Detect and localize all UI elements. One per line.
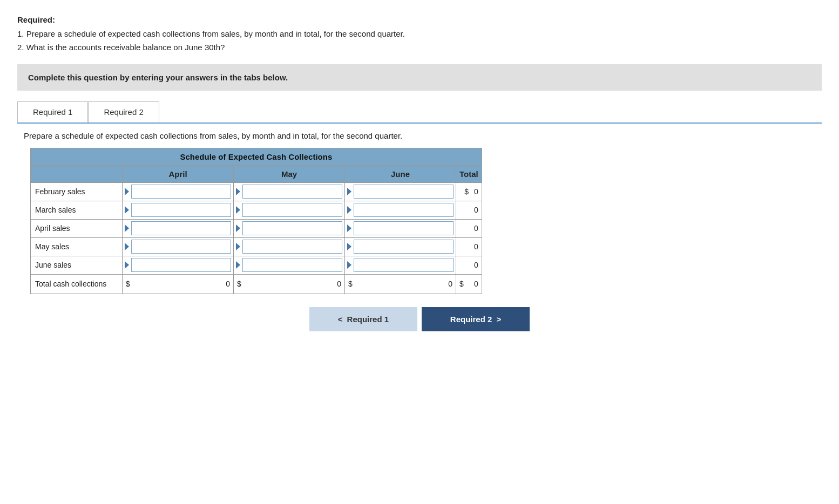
tri-feb-april <box>125 188 129 195</box>
col-april: April <box>168 169 187 179</box>
tabs-container: Required 1 Required 2 Prepare a schedule… <box>17 101 822 338</box>
table-row: May sales <box>31 237 482 256</box>
val-jun-total: 0 <box>474 261 478 269</box>
input-may-june[interactable] <box>354 240 454 254</box>
tri-may-april <box>125 243 129 250</box>
dollar-total-total: $ <box>459 280 464 288</box>
val-total-april: 0 <box>132 280 230 288</box>
tri-jun-may <box>236 261 240 269</box>
tri-feb-may <box>236 188 240 195</box>
table-row: April sales <box>31 219 482 237</box>
schedule-table: Schedule of Expected Cash Collections Ap… <box>30 148 482 294</box>
tri-may-june <box>347 243 351 250</box>
val-total-may: 0 <box>243 280 341 288</box>
next-button[interactable]: Required 2 > <box>422 307 530 331</box>
val-total-june: 0 <box>355 280 452 288</box>
input-jun-june[interactable] <box>354 258 454 272</box>
input-mar-may[interactable] <box>242 203 342 217</box>
tri-jun-june <box>347 261 351 269</box>
required-line2: 1. Prepare a schedule of expected cash c… <box>17 27 822 41</box>
tri-apr-june <box>347 224 351 232</box>
tab-required1-label: Required 1 <box>33 107 72 117</box>
dollar-feb-total: $ <box>464 187 469 196</box>
table-title-row: Schedule of Expected Cash Collections <box>31 148 482 165</box>
complete-banner: Complete this question by entering your … <box>17 64 822 91</box>
val-apr-total: 0 <box>474 224 478 233</box>
input-feb-june[interactable] <box>354 185 454 199</box>
input-apr-april[interactable] <box>131 221 231 235</box>
tab-required1[interactable]: Required 1 <box>17 101 88 122</box>
val-total-total: 0 <box>466 280 478 288</box>
col-header-row: April May June Total <box>31 165 482 182</box>
row-label-may: May sales <box>35 242 69 251</box>
col-may: May <box>281 169 297 179</box>
tab-required2[interactable]: Required 2 <box>88 101 159 122</box>
dollar-total-may: $ <box>237 280 241 288</box>
row-label-mar: March sales <box>35 206 76 214</box>
nav-buttons: < Required 1 Required 2 > <box>24 307 815 331</box>
table-row: February sales <box>31 182 482 201</box>
input-may-april[interactable] <box>131 240 231 254</box>
input-feb-april[interactable] <box>131 185 231 199</box>
row-label-jun: June sales <box>35 261 71 269</box>
tri-jun-april <box>125 261 129 269</box>
tab-content: Prepare a schedule of expected cash coll… <box>17 122 822 338</box>
total-row-label: Total cash collections <box>35 280 106 288</box>
next-arrow-icon: > <box>496 315 501 324</box>
tri-mar-june <box>347 206 351 214</box>
input-may-may[interactable] <box>242 240 342 254</box>
required-intro: Required: 1. Prepare a schedule of expec… <box>17 13 822 55</box>
input-mar-april[interactable] <box>131 203 231 217</box>
tri-mar-may <box>236 206 240 214</box>
row-label-apr: April sales <box>35 224 70 233</box>
val-mar-total: 0 <box>474 206 478 214</box>
tri-feb-june <box>347 188 351 195</box>
tri-may-may <box>236 243 240 250</box>
input-apr-may[interactable] <box>242 221 342 235</box>
tri-mar-april <box>125 206 129 214</box>
table-row: March sales <box>31 201 482 219</box>
required-line3: 2. What is the accounts receivable balan… <box>17 40 822 55</box>
total-row: Total cash collections $ 0 $ 0 <box>31 274 482 294</box>
row-label-feb: February sales <box>35 187 85 196</box>
tab-description: Prepare a schedule of expected cash coll… <box>24 131 815 140</box>
val-feb-total: 0 <box>474 187 478 196</box>
input-jun-may[interactable] <box>242 258 342 272</box>
prev-button[interactable]: < Required 1 <box>309 307 417 331</box>
input-jun-april[interactable] <box>131 258 231 272</box>
dollar-total-april: $ <box>126 280 130 288</box>
input-mar-june[interactable] <box>354 203 454 217</box>
input-feb-may[interactable] <box>242 185 342 199</box>
table-row: June sales <box>31 256 482 274</box>
val-may-total: 0 <box>474 242 478 251</box>
tab-required2-label: Required 2 <box>104 107 143 117</box>
col-june: June <box>391 169 410 179</box>
tri-apr-april <box>125 224 129 232</box>
prev-arrow-icon: < <box>338 315 343 324</box>
tri-apr-may <box>236 224 240 232</box>
complete-banner-text: Complete this question by entering your … <box>28 73 288 82</box>
required-heading: Required: <box>17 15 55 24</box>
table-title: Schedule of Expected Cash Collections <box>180 152 332 161</box>
next-button-label: Required 2 <box>450 315 492 324</box>
dollar-total-june: $ <box>348 280 353 288</box>
input-apr-june[interactable] <box>354 221 454 235</box>
prev-button-label: Required 1 <box>347 315 389 324</box>
col-total: Total <box>459 169 478 179</box>
tabs-row: Required 1 Required 2 <box>17 101 822 122</box>
